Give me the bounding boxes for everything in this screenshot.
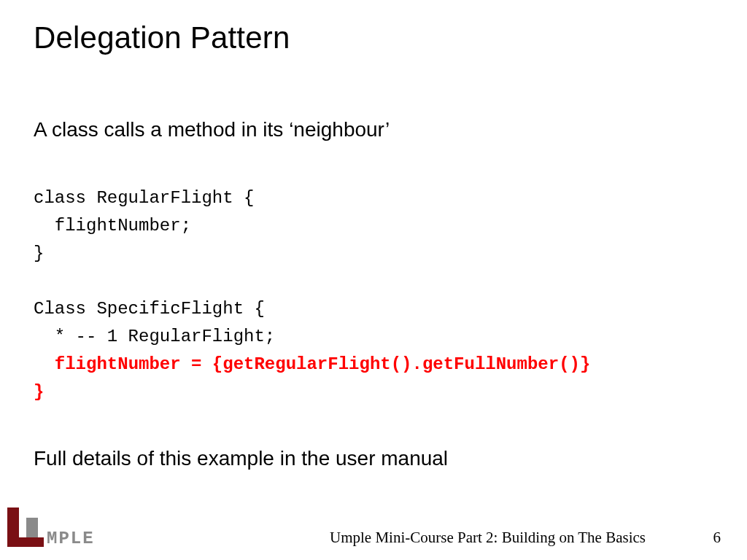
code-line: * -- 1 RegularFlight; bbox=[34, 327, 275, 346]
footer-course: Umple Mini-Course Part 2: Building on Th… bbox=[330, 529, 646, 547]
footer: MPLE Umple Mini-Course Part 2: Building … bbox=[0, 516, 747, 551]
slide-title: Delegation Pattern bbox=[34, 20, 290, 55]
logo-base-icon bbox=[7, 537, 44, 547]
code-block: class RegularFlight { flightNumber; } Cl… bbox=[34, 184, 712, 406]
closing-text: Full details of this example in the user… bbox=[34, 447, 712, 470]
code-indent bbox=[34, 354, 55, 374]
code-line: flightNumber; bbox=[34, 216, 191, 236]
page-number: 6 bbox=[713, 529, 721, 547]
lead-text: A class calls a method in its ‘neighbour… bbox=[34, 117, 712, 142]
umple-logo: MPLE bbox=[4, 506, 107, 548]
code-line: } bbox=[34, 244, 44, 263]
code-highlight: flightNumber = {getRegularFlight().getFu… bbox=[55, 354, 591, 374]
code-line: class RegularFlight { bbox=[34, 188, 254, 208]
slide-body: A class calls a method in its ‘neighbour… bbox=[34, 117, 712, 470]
code-highlight: } bbox=[34, 382, 44, 402]
slide: Delegation Pattern A class calls a metho… bbox=[0, 0, 747, 560]
code-line: Class SpecificFlight { bbox=[34, 299, 265, 319]
logo-text: MPLE bbox=[47, 529, 95, 548]
